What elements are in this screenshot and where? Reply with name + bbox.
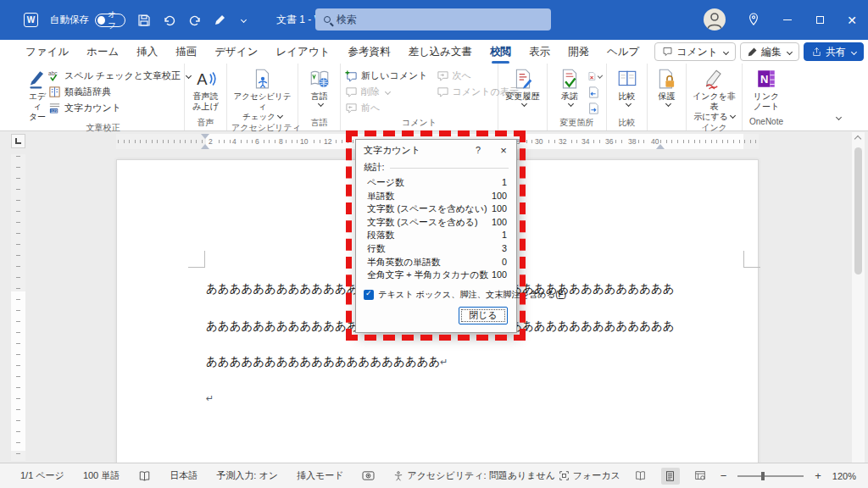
web-layout-button[interactable] — [691, 468, 709, 485]
linked-notes-label: ノート — [754, 102, 779, 112]
ruler-number: 38 — [626, 137, 637, 146]
tab-developer[interactable]: 開発 — [568, 40, 589, 64]
tab-references[interactable]: 参考資料 — [348, 40, 390, 64]
word-count-indicator[interactable]: 100 単語 — [83, 469, 120, 482]
right-indent-marker[interactable] — [656, 144, 665, 149]
word-app-icon[interactable]: W — [24, 13, 38, 27]
avatar[interactable] — [704, 8, 726, 30]
new-comment-icon — [345, 69, 358, 82]
thesaurus-button[interactable]: 類義語辞典 — [48, 84, 191, 100]
reject-change-button[interactable] — [587, 69, 602, 83]
autosave-toggle[interactable]: 自動保存 オフ — [50, 14, 125, 27]
tab-layout[interactable]: レイアウト — [275, 40, 330, 64]
tab-draw[interactable]: 描画 — [175, 40, 197, 64]
language-globe-icon — [309, 68, 331, 90]
tab-home[interactable]: ホーム — [86, 40, 119, 64]
scroll-up-icon[interactable] — [854, 136, 861, 142]
track-changes-button[interactable]: 変更履歴 — [503, 66, 542, 106]
tab-file[interactable]: ファイル — [25, 40, 69, 64]
previous-change-button[interactable] — [587, 85, 602, 99]
tab-review[interactable]: 校閲 — [490, 40, 511, 64]
previous-comment-button[interactable]: 前へ — [345, 100, 428, 116]
linked-notes-button[interactable]: N リンク ノート — [747, 66, 786, 112]
search-icon — [324, 16, 331, 23]
chevron-down-icon — [598, 73, 603, 78]
page-indicator[interactable]: 1/1 ページ — [20, 469, 64, 482]
redo-icon[interactable] — [188, 14, 202, 27]
insert-mode-indicator[interactable]: 挿入モード — [297, 469, 344, 482]
editor-pen-icon — [26, 68, 48, 90]
chevron-down-icon — [385, 89, 391, 95]
editor-label: エディ — [26, 92, 48, 112]
proofing-book-icon[interactable] — [138, 470, 151, 482]
svg-text:A: A — [197, 70, 208, 88]
scrollbar-thumb[interactable] — [854, 147, 862, 274]
pen-mode-icon[interactable] — [214, 14, 227, 27]
tab-mailings[interactable]: 差し込み文書 — [408, 40, 472, 64]
minimize-button[interactable] — [773, 0, 802, 40]
group-accessibility: アクセシビリティ チェック アクセシビリティ — [227, 64, 298, 130]
vertical-scrollbar[interactable] — [852, 132, 865, 463]
tab-insert[interactable]: 挿入 — [136, 40, 158, 64]
chevron-down-icon — [723, 48, 729, 54]
comments-button-label: コメント — [676, 45, 718, 59]
save-icon[interactable] — [137, 14, 151, 27]
thesaurus-label: 類義語辞典 — [64, 86, 111, 98]
accessibility-status[interactable]: アクセシビリティ: 問題ありません — [393, 469, 554, 482]
close-window-button[interactable]: ✕ — [837, 0, 866, 40]
zoom-in-button[interactable]: + — [815, 469, 821, 482]
print-layout-button[interactable] — [661, 468, 680, 485]
editing-button[interactable]: 編集 — [740, 42, 799, 61]
record-icon[interactable] — [362, 470, 375, 481]
tab-help[interactable]: ヘルプ — [607, 40, 639, 64]
hanging-indent-marker[interactable] — [201, 144, 209, 149]
delete-comment-button[interactable]: 削除 — [345, 84, 428, 100]
chevron-down-icon — [665, 101, 670, 107]
tab-stop-selector[interactable] — [11, 134, 25, 148]
accept-button[interactable]: 承諾 — [552, 66, 587, 106]
read-aloud-button[interactable]: A 音声読 み上げ — [189, 66, 222, 112]
ruler-number: 4 — [231, 137, 238, 146]
document-text-line[interactable]: ↵ — [206, 391, 214, 405]
word-count-button[interactable]: 123 文字カウント — [48, 100, 191, 116]
pencil-icon — [748, 47, 758, 57]
spell-check-label: スペル チェックと文章校正 — [64, 69, 181, 82]
accessibility-check-button[interactable]: アクセシビリティ チェック — [231, 66, 293, 122]
document-text-line[interactable]: ああああああああああああああああああああ↵ — [206, 354, 448, 369]
language-indicator[interactable]: 日本語 — [170, 469, 198, 482]
chevron-down-icon — [787, 48, 793, 54]
editor-button[interactable]: エディ ター — [26, 66, 48, 122]
read-mode-button[interactable] — [632, 468, 650, 485]
vertical-ruler[interactable] — [11, 154, 25, 461]
compare-button[interactable]: 比較 — [611, 66, 643, 106]
language-button[interactable]: 言語 — [303, 66, 336, 106]
tab-design[interactable]: デザイン — [214, 40, 258, 64]
focus-mode-button[interactable]: フォーカス — [559, 469, 620, 482]
comments-button[interactable]: コメント — [654, 42, 736, 61]
search-input[interactable]: 検索 — [315, 8, 551, 30]
first-line-indent-marker[interactable] — [201, 134, 209, 139]
new-comment-button[interactable]: 新しいコメント — [345, 68, 428, 84]
prediction-indicator[interactable]: 予測入力: オン — [216, 469, 278, 482]
accessibility-check-icon — [252, 68, 274, 90]
zoom-slider[interactable] — [737, 475, 804, 477]
tab-view[interactable]: 表示 — [529, 40, 550, 64]
chevron-down-icon — [520, 101, 526, 107]
share-button[interactable]: 共有 — [804, 42, 864, 61]
toggle-switch-icon[interactable]: オフ — [95, 14, 125, 27]
pin-icon[interactable] — [748, 13, 760, 26]
svg-text:123: 123 — [51, 109, 58, 114]
zoom-out-button[interactable]: − — [721, 469, 727, 482]
quick-access-chevron-icon[interactable] — [241, 17, 247, 23]
undo-icon[interactable] — [163, 14, 176, 27]
previous-comment-label: 前へ — [361, 102, 380, 114]
zoom-level[interactable]: 120% — [832, 471, 856, 481]
protect-button[interactable]: 保護 — [652, 66, 682, 106]
maximize-button[interactable] — [805, 0, 834, 40]
spell-check-button[interactable]: abc スペル チェックと文章校正 — [48, 68, 191, 84]
group-proofing: エディ ター abc スペル チェックと文章校正 類義語辞典 — [22, 64, 185, 130]
next-change-button[interactable] — [587, 101, 602, 115]
ruler-number: 8 — [277, 137, 285, 146]
hide-ink-button[interactable]: インクを非表 示にする — [691, 66, 737, 122]
zoom-slider-thumb[interactable] — [761, 472, 765, 480]
